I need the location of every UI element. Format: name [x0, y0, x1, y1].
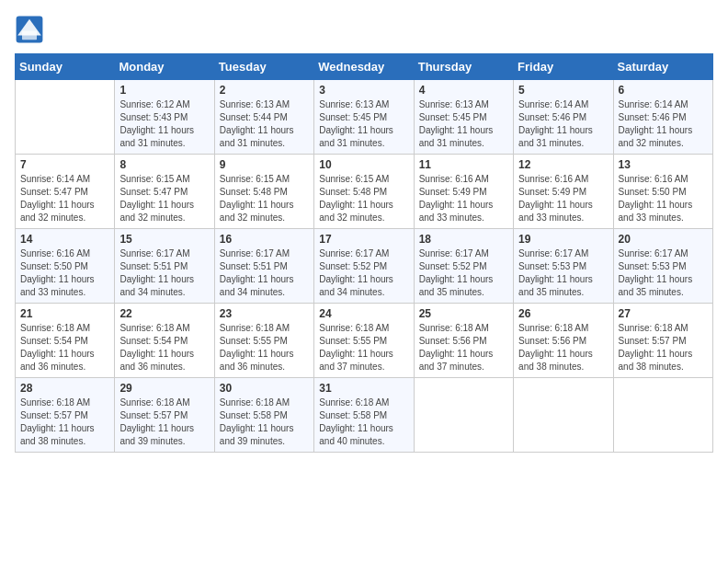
calendar-table: SundayMondayTuesdayWednesdayThursdayFrid…: [15, 53, 713, 453]
calendar-cell: 20Sunrise: 6:17 AMSunset: 5:53 PMDayligh…: [613, 229, 712, 304]
cell-content: Sunrise: 6:18 AMSunset: 5:55 PMDaylight:…: [319, 322, 408, 373]
cell-content: Sunrise: 6:18 AMSunset: 5:58 PMDaylight:…: [220, 396, 309, 448]
day-number: 19: [518, 233, 608, 246]
header-cell-saturday: Saturday: [613, 54, 712, 80]
day-number: 26: [518, 307, 608, 320]
day-number: 8: [119, 158, 209, 171]
calendar-cell: 30Sunrise: 6:18 AMSunset: 5:58 PMDayligh…: [214, 378, 313, 453]
calendar-cell: 8Sunrise: 6:15 AMSunset: 5:47 PMDaylight…: [115, 155, 214, 229]
calendar-cell: 4Sunrise: 6:13 AMSunset: 5:45 PMDaylight…: [414, 80, 513, 155]
cell-content: Sunrise: 6:14 AMSunset: 5:47 PMDaylight:…: [20, 173, 109, 224]
calendar-cell: 31Sunrise: 6:18 AMSunset: 5:58 PMDayligh…: [314, 378, 414, 453]
calendar-cell: [16, 80, 115, 155]
day-number: 31: [319, 382, 408, 395]
cell-content: Sunrise: 6:14 AMSunset: 5:46 PMDaylight:…: [619, 98, 708, 150]
cell-content: Sunrise: 6:12 AMSunset: 5:43 PMDaylight:…: [119, 98, 209, 150]
cell-content: Sunrise: 6:17 AMSunset: 5:53 PMDaylight:…: [619, 247, 708, 299]
cell-content: Sunrise: 6:18 AMSunset: 5:57 PMDaylight:…: [119, 396, 209, 448]
header-cell-monday: Monday: [115, 54, 214, 80]
cell-content: Sunrise: 6:16 AMSunset: 5:49 PMDaylight:…: [419, 173, 508, 224]
cell-content: Sunrise: 6:13 AMSunset: 5:44 PMDaylight:…: [220, 98, 309, 150]
header-cell-tuesday: Tuesday: [214, 54, 313, 80]
day-number: 2: [220, 84, 309, 97]
calendar-cell: 5Sunrise: 6:14 AMSunset: 5:46 PMDaylight…: [514, 80, 613, 155]
calendar-cell: 2Sunrise: 6:13 AMSunset: 5:44 PMDaylight…: [214, 80, 313, 155]
day-number: 30: [220, 382, 309, 395]
calendar-cell: [414, 378, 513, 453]
cell-content: Sunrise: 6:14 AMSunset: 5:46 PMDaylight:…: [518, 98, 608, 150]
header-cell-sunday: Sunday: [16, 54, 115, 80]
cell-content: Sunrise: 6:17 AMSunset: 5:51 PMDaylight:…: [119, 247, 209, 299]
day-number: 17: [319, 233, 408, 246]
logo: [15, 15, 48, 44]
cell-content: Sunrise: 6:18 AMSunset: 5:56 PMDaylight:…: [518, 322, 608, 373]
calendar-cell: 3Sunrise: 6:13 AMSunset: 5:45 PMDaylight…: [314, 80, 414, 155]
calendar-cell: 22Sunrise: 6:18 AMSunset: 5:54 PMDayligh…: [115, 304, 214, 378]
day-number: 5: [518, 84, 608, 97]
cell-content: Sunrise: 6:13 AMSunset: 5:45 PMDaylight:…: [419, 98, 508, 150]
header-cell-thursday: Thursday: [414, 54, 513, 80]
cell-content: Sunrise: 6:18 AMSunset: 5:56 PMDaylight:…: [419, 322, 508, 373]
calendar-cell: 29Sunrise: 6:18 AMSunset: 5:57 PMDayligh…: [115, 378, 214, 453]
calendar-cell: 18Sunrise: 6:17 AMSunset: 5:52 PMDayligh…: [414, 229, 513, 304]
calendar-cell: 12Sunrise: 6:16 AMSunset: 5:49 PMDayligh…: [514, 155, 613, 229]
cell-content: Sunrise: 6:18 AMSunset: 5:57 PMDaylight:…: [619, 322, 708, 373]
calendar-cell: 17Sunrise: 6:17 AMSunset: 5:52 PMDayligh…: [314, 229, 414, 304]
calendar-cell: 13Sunrise: 6:16 AMSunset: 5:50 PMDayligh…: [613, 155, 712, 229]
cell-content: Sunrise: 6:17 AMSunset: 5:52 PMDaylight:…: [419, 247, 508, 299]
cell-content: Sunrise: 6:18 AMSunset: 5:58 PMDaylight:…: [319, 396, 408, 448]
day-number: 24: [319, 307, 408, 320]
calendar-cell: 7Sunrise: 6:14 AMSunset: 5:47 PMDaylight…: [16, 155, 115, 229]
day-number: 27: [619, 307, 708, 320]
day-number: 7: [20, 158, 109, 171]
calendar-header: SundayMondayTuesdayWednesdayThursdayFrid…: [16, 54, 713, 80]
day-number: 15: [119, 233, 209, 246]
cell-content: Sunrise: 6:15 AMSunset: 5:48 PMDaylight:…: [220, 173, 309, 224]
day-number: 20: [619, 233, 708, 246]
day-number: 28: [20, 382, 109, 395]
cell-content: Sunrise: 6:17 AMSunset: 5:52 PMDaylight:…: [319, 247, 408, 299]
day-number: 16: [220, 233, 309, 246]
svg-rect-2: [22, 31, 37, 40]
calendar-cell: 15Sunrise: 6:17 AMSunset: 5:51 PMDayligh…: [115, 229, 214, 304]
day-number: 21: [20, 307, 109, 320]
calendar-cell: [514, 378, 613, 453]
calendar-cell: 1Sunrise: 6:12 AMSunset: 5:43 PMDaylight…: [115, 80, 214, 155]
day-number: 6: [619, 84, 708, 97]
day-number: 12: [518, 158, 608, 171]
cell-content: Sunrise: 6:17 AMSunset: 5:53 PMDaylight:…: [518, 247, 608, 299]
day-number: 10: [319, 158, 408, 171]
calendar-cell: 23Sunrise: 6:18 AMSunset: 5:55 PMDayligh…: [214, 304, 313, 378]
calendar-cell: 9Sunrise: 6:15 AMSunset: 5:48 PMDaylight…: [214, 155, 313, 229]
day-number: 14: [20, 233, 109, 246]
day-number: 3: [319, 84, 408, 97]
calendar-cell: 21Sunrise: 6:18 AMSunset: 5:54 PMDayligh…: [16, 304, 115, 378]
day-number: 9: [220, 158, 309, 171]
week-row-5: 28Sunrise: 6:18 AMSunset: 5:57 PMDayligh…: [16, 378, 713, 453]
calendar-cell: 6Sunrise: 6:14 AMSunset: 5:46 PMDaylight…: [613, 80, 712, 155]
week-row-2: 7Sunrise: 6:14 AMSunset: 5:47 PMDaylight…: [16, 155, 713, 229]
day-number: 29: [119, 382, 209, 395]
cell-content: Sunrise: 6:16 AMSunset: 5:50 PMDaylight:…: [619, 173, 708, 224]
calendar-cell: 24Sunrise: 6:18 AMSunset: 5:55 PMDayligh…: [314, 304, 414, 378]
calendar-body: 1Sunrise: 6:12 AMSunset: 5:43 PMDaylight…: [16, 80, 713, 453]
cell-content: Sunrise: 6:18 AMSunset: 5:55 PMDaylight:…: [220, 322, 309, 373]
header-cell-friday: Friday: [514, 54, 613, 80]
cell-content: Sunrise: 6:15 AMSunset: 5:48 PMDaylight:…: [319, 173, 408, 224]
cell-content: Sunrise: 6:15 AMSunset: 5:47 PMDaylight:…: [119, 173, 209, 224]
logo-icon: [15, 15, 44, 44]
page-header: [15, 15, 713, 44]
cell-content: Sunrise: 6:18 AMSunset: 5:54 PMDaylight:…: [20, 322, 109, 373]
day-number: 13: [619, 158, 708, 171]
week-row-3: 14Sunrise: 6:16 AMSunset: 5:50 PMDayligh…: [16, 229, 713, 304]
cell-content: Sunrise: 6:13 AMSunset: 5:45 PMDaylight:…: [319, 98, 408, 150]
calendar-cell: 10Sunrise: 6:15 AMSunset: 5:48 PMDayligh…: [314, 155, 414, 229]
cell-content: Sunrise: 6:17 AMSunset: 5:51 PMDaylight:…: [220, 247, 309, 299]
calendar-cell: [613, 378, 712, 453]
cell-content: Sunrise: 6:18 AMSunset: 5:57 PMDaylight:…: [20, 396, 109, 448]
calendar-cell: 25Sunrise: 6:18 AMSunset: 5:56 PMDayligh…: [414, 304, 513, 378]
header-row: SundayMondayTuesdayWednesdayThursdayFrid…: [16, 54, 713, 80]
day-number: 22: [119, 307, 209, 320]
calendar-cell: 11Sunrise: 6:16 AMSunset: 5:49 PMDayligh…: [414, 155, 513, 229]
calendar-cell: 27Sunrise: 6:18 AMSunset: 5:57 PMDayligh…: [613, 304, 712, 378]
